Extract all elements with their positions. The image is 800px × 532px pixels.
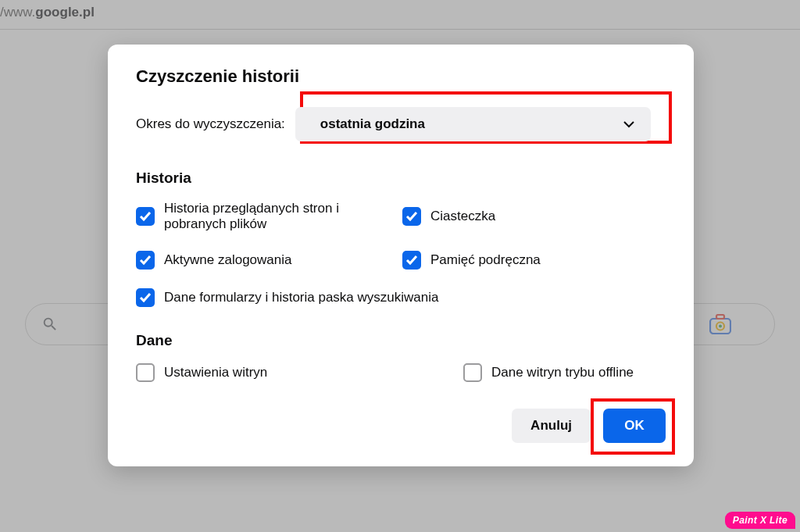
checkbox-form-search-history[interactable] [136,288,155,307]
time-range-row: Okres do wyczyszczenia: ostatnia godzina [136,107,666,141]
dialog-buttons: Anuluj OK [136,409,666,443]
clear-history-dialog: Czyszczenie historii Okres do wyczyszcze… [108,45,694,466]
time-range-select[interactable]: ostatnia godzina [295,107,651,141]
dane-options: Ustawienia witryn Dane witryn trybu offl… [136,363,666,382]
checkbox-browsing-history[interactable] [136,207,155,226]
checkbox-label: Ciasteczka [430,209,495,224]
checkbox-label: Pamięć podręczna [430,252,541,268]
historia-options: Historia przeglądanych stron i pobranych… [136,201,666,307]
checkbox-row: Ustawienia witryn [136,363,355,382]
dialog-title: Czyszczenie historii [136,66,666,87]
checkbox-row: Dane formularzy i historia paska wyszuki… [136,288,666,307]
checkbox-label: Dane witryn trybu offline [491,365,634,380]
checkbox-row: Aktywne zalogowania [136,251,399,270]
dane-heading: Dane [136,332,666,349]
checkbox-site-settings[interactable] [136,363,155,382]
checkbox-label: Ustawienia witryn [164,365,267,380]
ok-button[interactable]: OK [603,409,666,443]
cancel-button[interactable]: Anuluj [512,409,591,443]
checkbox-label: Dane formularzy i historia paska wyszuki… [164,290,438,305]
time-range-label: Okres do wyczyszczenia: [136,116,285,132]
historia-heading: Historia [136,170,666,187]
time-range-value: ostatnia godzina [320,116,425,132]
checkbox-label: Aktywne zalogowania [164,252,291,268]
checkbox-label: Historia przeglądanych stron i pobranych… [164,201,399,232]
watermark: Paint X Lite [725,512,795,529]
checkbox-row: Dane witryn trybu offline [463,363,634,382]
checkbox-row: Ciasteczka [402,201,666,232]
chevron-down-icon [623,118,635,130]
checkbox-cookies[interactable] [402,207,421,226]
checkbox-offline-data[interactable] [463,363,482,382]
checkbox-row: Pamięć podręczna [402,251,666,270]
checkbox-active-logins[interactable] [136,251,155,270]
checkbox-row: Historia przeglądanych stron i pobranych… [136,201,399,232]
checkbox-cache[interactable] [402,251,421,270]
